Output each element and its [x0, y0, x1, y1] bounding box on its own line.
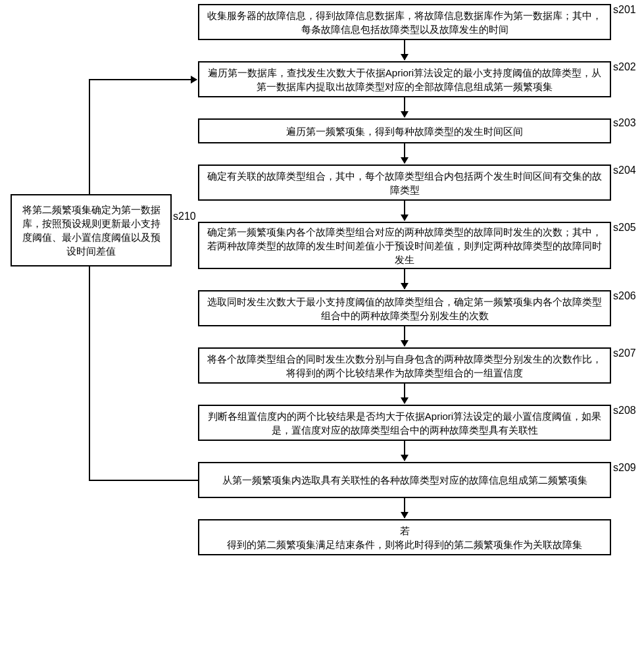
arrow — [404, 498, 405, 518]
arrow — [404, 40, 405, 60]
arrow — [404, 384, 405, 403]
step-s206: 选取同时发生次数大于最小支持度阈值的故障类型组合，确定第一频繁项集内各个故障类型… — [198, 290, 611, 326]
label-s210: s210 — [173, 211, 196, 222]
label-s205: s205 — [613, 222, 636, 234]
step-s202: 遍历第一数据库，查找发生次数大于依据Apriori算法设定的最小支持度阈值的故障… — [198, 61, 611, 97]
step-text: 将各个故障类型组合的同时发生次数分别与自身包含的两种故障类型分别发生的次数作比，… — [206, 352, 603, 380]
step-text: 判断各组置信度内的两个比较结果是否均大于依据Apriori算法设定的最小置信度阈… — [206, 409, 603, 437]
label-s209: s209 — [613, 462, 636, 474]
step-s205: 确定第一频繁项集内各个故障类型组合对应的两种故障类型的故障同时发生的次数；其中，… — [198, 222, 611, 269]
step-text: 从第一频繁项集内选取具有关联性的各种故障类型对应的故障信息组成第二频繁项集 — [222, 473, 587, 487]
step-s207: 将各个故障类型组合的同时发生次数分别与自身包含的两种故障类型分别发生的次数作比，… — [198, 347, 611, 384]
label-s208: s208 — [613, 405, 636, 417]
step-s210: 将第二频繁项集确定为第一数据库，按照预设规则更新最小支持度阈值、最小置信度阈值以… — [11, 194, 172, 266]
step-text: 确定有关联的故障类型组合，其中，每个故障类型组合内包括两个发生时间区间有交集的故… — [206, 169, 603, 197]
loop-line — [89, 266, 90, 481]
loop-arrow — [89, 79, 197, 80]
step-text: 确定第一频繁项集内各个故障类型组合对应的两种故障类型的故障同时发生的次数；其中，… — [206, 225, 603, 266]
step-text: 将第二频繁项集确定为第一数据库，按照预设规则更新最小支持度阈值、最小置信度阈值以… — [18, 203, 164, 258]
arrow — [404, 97, 405, 117]
label-s202: s202 — [613, 61, 636, 73]
arrow — [404, 441, 405, 461]
step-s203: 遍历第一频繁项集，得到每种故障类型的发生时间区间 — [198, 118, 611, 143]
step-text: 遍历第一数据库，查找发生次数大于依据Apriori算法设定的最小支持度阈值的故障… — [206, 66, 603, 93]
label-s204: s204 — [613, 164, 636, 176]
step-s208: 判断各组置信度内的两个比较结果是否均大于依据Apriori算法设定的最小置信度阈… — [198, 405, 611, 441]
label-s201: s201 — [613, 4, 636, 16]
loop-line — [89, 79, 90, 194]
step-s201: 收集服务器的故障信息，得到故障信息数据库，将故障信息数据库作为第一数据库；其中，… — [198, 4, 611, 40]
step-final: 若 得到的第二频繁项集满足结束条件，则将此时得到的第二频繁项集作为关联故障集 — [198, 519, 611, 555]
arrow — [404, 201, 405, 220]
label-s203: s203 — [613, 117, 636, 129]
arrow — [404, 143, 405, 163]
label-s206: s206 — [613, 290, 636, 302]
arrow — [404, 326, 405, 346]
step-text: 选取同时发生次数大于最小支持度阈值的故障类型组合，确定第一频繁项集内各个故障类型… — [206, 295, 603, 322]
final-if: 若 — [400, 524, 410, 538]
step-text: 收集服务器的故障信息，得到故障信息数据库，将故障信息数据库作为第一数据库；其中，… — [206, 9, 603, 36]
step-s204: 确定有关联的故障类型组合，其中，每个故障类型组合内包括两个发生时间区间有交集的故… — [198, 164, 611, 201]
label-s207: s207 — [613, 347, 636, 359]
step-s209: 从第一频繁项集内选取具有关联性的各种故障类型对应的故障信息组成第二频繁项集 — [198, 462, 611, 498]
arrow — [404, 269, 405, 289]
final-text: 得到的第二频繁项集满足结束条件，则将此时得到的第二频繁项集作为关联故障集 — [227, 538, 582, 551]
loop-line — [89, 480, 198, 481]
step-text: 遍历第一频繁项集，得到每种故障类型的发生时间区间 — [286, 124, 523, 138]
